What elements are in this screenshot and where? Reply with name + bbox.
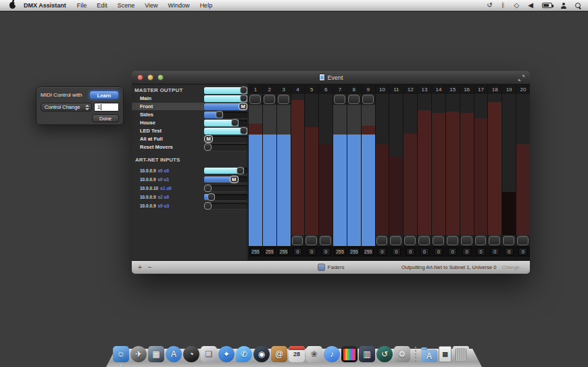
flash-button[interactable] bbox=[475, 236, 487, 245]
flash-button[interactable] bbox=[489, 236, 500, 245]
dock-messages-icon[interactable]: ✆ bbox=[236, 346, 252, 362]
flash-button[interactable] bbox=[376, 236, 388, 245]
dock-itunes-icon[interactable]: ♪ bbox=[324, 346, 340, 362]
channel-fader[interactable] bbox=[263, 94, 276, 246]
dock-dmx-assistant-icon[interactable] bbox=[341, 346, 358, 362]
menu-scene[interactable]: Scene bbox=[118, 2, 135, 9]
dock-ical-icon[interactable]: 28 bbox=[289, 346, 305, 362]
flash-button[interactable] bbox=[433, 236, 444, 245]
channel-fader[interactable] bbox=[249, 94, 262, 246]
fader-slider[interactable] bbox=[204, 144, 247, 151]
menu-view[interactable]: View bbox=[145, 2, 157, 9]
minimize-button[interactable] bbox=[147, 74, 153, 80]
channel-fader[interactable] bbox=[403, 94, 417, 246]
dock-mission-control-icon[interactable]: ▦ bbox=[148, 346, 164, 362]
channel-fader[interactable] bbox=[376, 94, 389, 246]
channel-fader[interactable] bbox=[460, 94, 474, 246]
flash-button[interactable] bbox=[461, 236, 472, 245]
channel-fader[interactable] bbox=[502, 94, 516, 246]
dock-trash-icon[interactable] bbox=[453, 346, 469, 362]
midi-number-field[interactable]: 1 bbox=[94, 103, 119, 112]
slider-knob[interactable] bbox=[240, 95, 247, 102]
dock-launchpad-icon[interactable]: ✈ bbox=[130, 346, 147, 362]
slider-knob[interactable] bbox=[204, 143, 212, 151]
fader-slider[interactable] bbox=[204, 95, 247, 102]
fader-slider[interactable]: M bbox=[204, 176, 247, 182]
channel-fader[interactable] bbox=[488, 94, 501, 246]
midi-type-dropdown[interactable]: Control Change bbox=[41, 103, 92, 112]
fader-slider[interactable] bbox=[204, 168, 247, 174]
remove-fader-button[interactable]: − bbox=[148, 262, 152, 274]
flash-button[interactable] bbox=[334, 95, 345, 104]
flash-button[interactable] bbox=[362, 95, 374, 104]
dock-applications-folder-icon[interactable]: A bbox=[421, 349, 437, 362]
flash-button[interactable] bbox=[418, 236, 430, 245]
flash-button[interactable] bbox=[249, 95, 261, 104]
flash-button[interactable] bbox=[292, 236, 303, 245]
channel-fader[interactable] bbox=[389, 94, 403, 246]
channel-fader[interactable] bbox=[333, 94, 347, 246]
flash-button[interactable] bbox=[517, 236, 529, 245]
slider-knob[interactable] bbox=[216, 111, 223, 118]
dock-time-machine-icon[interactable]: ↺ bbox=[376, 346, 393, 362]
channel-fader[interactable] bbox=[418, 94, 431, 246]
window-titlebar[interactable]: Event bbox=[132, 71, 530, 84]
flash-button[interactable] bbox=[447, 236, 458, 245]
channel-fader[interactable] bbox=[516, 94, 530, 246]
dock-document-icon[interactable]: ▤ bbox=[439, 346, 451, 362]
channel-fader[interactable] bbox=[446, 94, 460, 246]
fader-slider[interactable]: M bbox=[204, 103, 247, 110]
dock-facetime-camera-icon[interactable]: ◉ bbox=[253, 346, 270, 362]
dock-safari-icon[interactable]: ✦ bbox=[218, 346, 235, 362]
fader-slider[interactable] bbox=[204, 185, 247, 191]
fader-slider[interactable] bbox=[204, 203, 247, 209]
channel-fader[interactable] bbox=[291, 94, 305, 246]
apple-menu-icon[interactable] bbox=[9, 2, 16, 9]
spotlight-icon[interactable] bbox=[575, 3, 581, 9]
fader-slider[interactable] bbox=[204, 87, 247, 94]
dock-address-book-icon[interactable]: @ bbox=[271, 346, 287, 362]
channel-fader[interactable] bbox=[305, 94, 318, 246]
done-button[interactable]: Done bbox=[92, 114, 119, 122]
dock-preview-icon[interactable]: ❏ bbox=[201, 346, 217, 362]
dock-finder-icon[interactable]: ☺ bbox=[113, 346, 129, 362]
slider-knob[interactable] bbox=[240, 87, 247, 94]
menu-window[interactable]: Window bbox=[168, 2, 190, 9]
slider-knob[interactable] bbox=[204, 202, 212, 210]
channel-fader[interactable] bbox=[474, 94, 488, 246]
slider-knob[interactable] bbox=[204, 185, 212, 192]
user-switch-icon[interactable] bbox=[561, 3, 566, 9]
slider-knob[interactable] bbox=[231, 119, 239, 126]
slider-knob[interactable] bbox=[240, 127, 247, 134]
time-machine-icon[interactable]: ↺ bbox=[487, 2, 492, 9]
change-output-link[interactable]: Change... bbox=[501, 264, 524, 270]
bluetooth-icon[interactable]: ᛒ bbox=[501, 2, 506, 9]
fader-slider[interactable]: M bbox=[204, 136, 247, 143]
dock-app-store-icon[interactable]: A bbox=[166, 346, 182, 362]
fader-slider[interactable] bbox=[204, 120, 247, 126]
fullscreen-icon[interactable] bbox=[518, 75, 524, 81]
flash-button[interactable] bbox=[320, 236, 331, 245]
display-shape-icon[interactable]: ◇ bbox=[514, 2, 520, 9]
menu-help[interactable]: Help bbox=[200, 2, 213, 9]
dock-system-preferences-icon[interactable]: ⚙ bbox=[394, 346, 410, 362]
battery-icon[interactable] bbox=[542, 3, 552, 8]
menu-app-name[interactable]: DMX Assistant bbox=[24, 2, 66, 9]
fader-slider[interactable] bbox=[204, 128, 247, 134]
learn-button[interactable]: Learn bbox=[89, 91, 119, 99]
menu-edit[interactable]: Edit bbox=[97, 2, 107, 9]
slider-knob[interactable] bbox=[237, 167, 244, 174]
add-fader-button[interactable]: + bbox=[138, 262, 142, 274]
volume-icon[interactable]: ◀ bbox=[528, 2, 533, 9]
channel-fader[interactable] bbox=[277, 94, 291, 246]
flash-button[interactable] bbox=[264, 95, 275, 104]
dock-dashboard-icon[interactable]: ◔ bbox=[183, 346, 199, 362]
zoom-button[interactable] bbox=[157, 74, 164, 80]
fader-slider[interactable] bbox=[204, 112, 247, 118]
flash-button[interactable] bbox=[278, 95, 289, 104]
dock-dmx-controller-icon[interactable]: ▥ bbox=[359, 346, 375, 362]
flash-button[interactable] bbox=[404, 236, 416, 245]
channel-fader[interactable] bbox=[319, 94, 333, 246]
flash-button[interactable] bbox=[305, 236, 317, 245]
flash-button[interactable] bbox=[503, 236, 514, 245]
